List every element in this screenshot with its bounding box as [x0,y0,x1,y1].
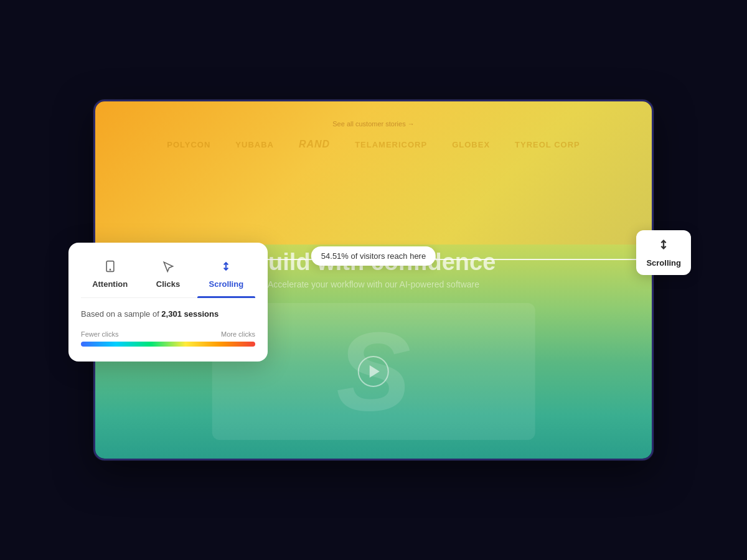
session-info: Based on a sample of 2,301 sessions [81,308,255,320]
see-all-link[interactable]: See all customer stories [332,120,414,128]
brand-telameri: TELAMERICORP [355,140,427,149]
scrolling-button-label: Scrolling [646,258,681,268]
legend-row: Fewer clicks More clicks [81,330,255,338]
tab-attention[interactable]: Attention [81,255,139,297]
visitor-tooltip-text: 54.51% of visitors reach here [321,251,426,261]
scrolling-button-icon [657,238,670,254]
clicks-icon [162,260,174,276]
tab-clicks-label: Clicks [156,279,180,289]
play-triangle-icon [369,365,379,378]
legend-more-clicks: More clicks [221,330,255,338]
brand-tyreol: TYREOL CORP [515,140,580,149]
brand-logos-row: POLYCON yubaba Rand TELAMERICORP globex … [95,139,652,150]
color-bar [81,342,255,347]
session-count: 2,301 sessions [161,309,218,319]
analytics-panel: Attention Clicks [68,243,268,362]
tab-scrolling-label: Scrolling [209,279,244,289]
tabs-row: Attention Clicks [81,255,255,298]
brand-yubaba: yubaba [235,140,274,149]
session-text: Based on a sample of [81,309,161,319]
scrolling-icon [220,260,232,276]
attention-icon [104,260,116,276]
brand-globex: globex [452,140,490,149]
outer-container: See all customer stories POLYCON yubaba … [75,81,672,479]
play-button[interactable] [358,356,389,387]
legend-fewer-clicks: Fewer clicks [81,330,119,338]
visitor-tooltip: 54.51% of visitors reach here [311,246,436,266]
tab-scrolling[interactable]: Scrolling [197,255,255,297]
brand-polycon: POLYCON [167,140,210,149]
tab-attention-label: Attention [92,279,128,289]
scrolling-button[interactable]: Scrolling [636,230,691,275]
brand-rand: Rand [299,139,330,150]
tab-clicks[interactable]: Clicks [139,255,197,297]
